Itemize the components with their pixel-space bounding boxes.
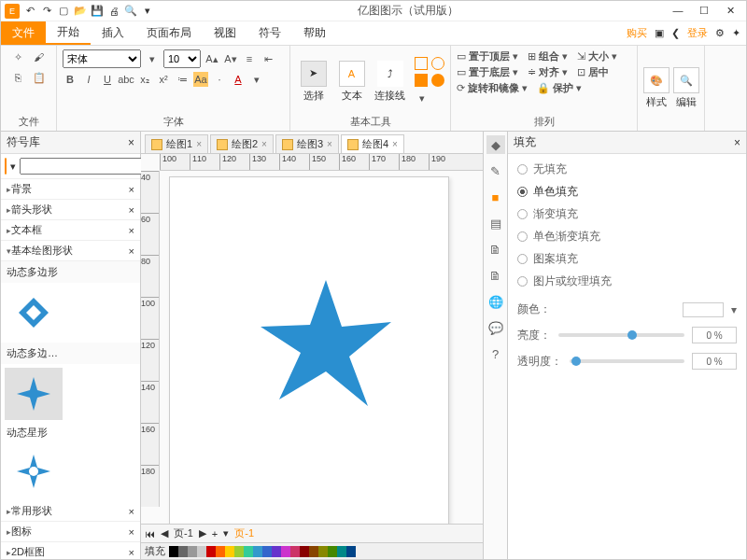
minimize-button[interactable]: — — [669, 5, 686, 17]
cat-background[interactable]: ▸背景× — [1, 179, 140, 200]
page-first-icon[interactable]: ⏮ — [145, 528, 155, 539]
open-icon[interactable]: 📂 — [74, 5, 87, 18]
print-icon[interactable]: 🖨 — [107, 5, 120, 18]
comment-tool-icon[interactable]: 💬 — [486, 318, 505, 337]
more-font-icon[interactable]: ▾ — [249, 72, 264, 87]
close-tab-icon[interactable]: × — [261, 139, 267, 149]
menu-file[interactable]: 文件 — [1, 21, 46, 45]
buy-link[interactable]: 购买 — [627, 26, 647, 40]
cat-2dframe[interactable]: ▸2D框图× — [1, 542, 140, 560]
page-menu-icon[interactable]: ▾ — [223, 527, 229, 539]
paintbrush-icon[interactable]: 🖌 — [32, 49, 47, 64]
align-button[interactable]: ≑ 对齐 ▾ — [528, 65, 568, 79]
bring-front-button[interactable]: ▭ 置于顶层 ▾ — [457, 49, 518, 63]
maximize-button[interactable]: ☐ — [696, 5, 712, 17]
shape-dynamic-star[interactable] — [5, 368, 63, 420]
login-link[interactable]: 登录 — [687, 26, 708, 40]
size-button[interactable]: ⇲ 大小 ▾ — [577, 49, 617, 63]
bold-icon[interactable]: B — [63, 72, 78, 87]
menu-view[interactable]: 视图 — [203, 21, 247, 45]
indent-icon[interactable]: ⇤ — [261, 51, 275, 66]
rotate-button[interactable]: ⟳ 旋转和镜像 ▾ — [457, 81, 528, 95]
fill-pattern[interactable]: 图案填充 — [517, 251, 737, 267]
rect-fill-icon[interactable] — [415, 74, 428, 87]
opacity-slider[interactable] — [570, 359, 684, 363]
cat-arrow[interactable]: ▸箭头形状× — [1, 200, 140, 220]
fill-none[interactable]: 无填充 — [517, 161, 737, 177]
line-height-icon[interactable]: ≡ — [242, 51, 257, 66]
superscript-icon[interactable]: x² — [156, 72, 171, 87]
subscript-icon[interactable]: x₂ — [137, 72, 152, 87]
undo-icon[interactable]: ↶ — [23, 5, 36, 18]
fill-image[interactable]: 图片或纹理填充 — [517, 273, 737, 289]
font-color-icon[interactable]: A — [231, 72, 246, 87]
color-chip[interactable] — [683, 302, 724, 317]
decrease-size-icon[interactable]: A▾ — [223, 51, 238, 66]
opacity-value[interactable]: 0 % — [692, 353, 737, 370]
send-back-button[interactable]: ▭ 置于底层 ▾ — [457, 65, 518, 79]
fill-solid[interactable]: 单色填充 — [517, 184, 737, 200]
text-tool[interactable]: A 文本 — [334, 61, 369, 103]
fill-mono-gradient[interactable]: 单色渐变填充 — [517, 229, 737, 245]
edit-button[interactable]: 🔍 编辑 — [673, 67, 699, 109]
menu-insert[interactable]: 插入 — [91, 21, 135, 45]
format-painter-icon[interactable]: ✧ — [11, 49, 26, 64]
font-size-select[interactable]: 10 — [163, 49, 201, 68]
cat-textbox[interactable]: ▸文本框× — [1, 220, 140, 241]
font-dropdown-icon[interactable]: ▾ — [145, 51, 160, 66]
ellipse-outline-icon[interactable] — [431, 57, 444, 70]
close-button[interactable]: ✕ — [722, 5, 739, 17]
ellipse-fill-icon[interactable] — [431, 74, 444, 87]
page-label-right[interactable]: 页-1 — [234, 526, 254, 540]
fill-gradient[interactable]: 渐变填充 — [517, 206, 737, 222]
connector-tool[interactable]: ⤴ 连接线 — [373, 61, 407, 103]
cat-basic-shapes[interactable]: ▾基本绘图形状× — [1, 241, 140, 261]
color-dropdown-icon[interactable]: ▾ — [731, 303, 737, 316]
doc-tab-1[interactable]: 绘图1× — [145, 134, 208, 153]
doc-tab-2[interactable]: 绘图2× — [210, 134, 274, 153]
fill-tool-icon[interactable]: ◆ — [486, 135, 505, 154]
layer-tool-icon[interactable]: 🗎 — [486, 240, 505, 259]
shadow-tool-icon[interactable]: ■ — [486, 188, 505, 206]
close-tab-icon[interactable]: × — [196, 139, 202, 149]
page-prev-icon[interactable]: ◀ — [161, 527, 168, 539]
doc-tab-4[interactable]: 绘图4× — [341, 134, 404, 153]
library-dropdown-icon[interactable]: ▾ — [10, 161, 16, 173]
shape-palette[interactable]: ▾ — [415, 57, 444, 105]
menu-page-layout[interactable]: 页面布局 — [135, 21, 203, 45]
text-tool-icon[interactable]: ▤ — [486, 214, 505, 232]
page-next-icon[interactable]: ▶ — [199, 527, 206, 539]
menu-symbol[interactable]: 符号 — [247, 21, 292, 45]
protect-button[interactable]: 🔒 保护 ▾ — [537, 81, 582, 95]
gear-icon[interactable]: ⚙ — [715, 27, 725, 39]
doc-tool-icon[interactable]: 🗎 — [486, 266, 505, 285]
brightness-slider[interactable] — [558, 333, 684, 337]
group-button[interactable]: ⊞ 组合 ▾ — [528, 49, 568, 63]
shape-diamond[interactable] — [5, 287, 63, 339]
brightness-value[interactable]: 0 % — [692, 327, 737, 343]
new-doc-icon[interactable]: ▢ — [57, 5, 70, 18]
italic-icon[interactable]: I — [81, 72, 96, 87]
qat-more-icon[interactable]: ▾ — [141, 5, 154, 18]
doc-tab-3[interactable]: 绘图3× — [275, 134, 339, 153]
font-family-select[interactable]: 宋体 — [63, 49, 141, 68]
clear-format-icon[interactable]: · — [212, 72, 227, 87]
underline-icon[interactable]: U — [100, 72, 115, 87]
star-shape[interactable] — [256, 271, 396, 411]
close-tab-icon[interactable]: × — [327, 139, 332, 149]
highlight-icon[interactable]: Aa — [193, 72, 208, 87]
strike-icon[interactable]: abc — [119, 72, 134, 87]
copy-icon[interactable]: ⎘ — [11, 70, 26, 85]
menu-help[interactable]: 帮助 — [292, 21, 337, 45]
paste-icon[interactable]: 📋 — [32, 70, 47, 85]
help-tool-icon[interactable]: ? — [486, 344, 505, 363]
rect-outline-icon[interactable] — [415, 57, 428, 70]
shape-star-ring[interactable] — [5, 445, 63, 497]
center-button[interactable]: ⊡ 居中 — [577, 65, 609, 79]
page-add-icon[interactable]: + — [212, 528, 218, 539]
increase-size-icon[interactable]: A▴ — [204, 51, 219, 66]
fill-panel-close-icon[interactable]: × — [734, 136, 740, 149]
panel-close-icon[interactable]: × — [128, 136, 134, 149]
fullscreen-icon[interactable]: ▣ — [655, 27, 664, 39]
zoom-down-icon[interactable]: 🔍 — [124, 5, 137, 18]
